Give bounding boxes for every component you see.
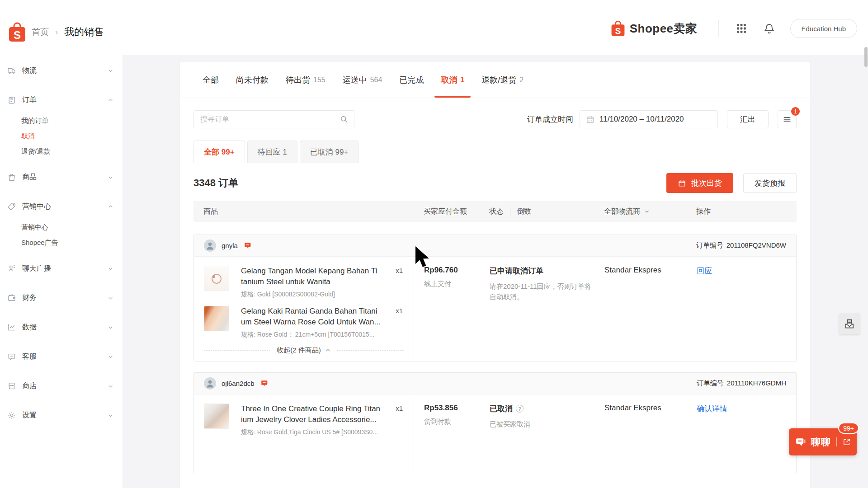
tab-count: 1 [460,76,464,84]
sidebar-item-shopee-ads[interactable]: Shopee广告 [0,235,123,250]
product-title-line2: ium Jewelry Clover Ladies Accessorie... [241,414,388,425]
sidebar-sublabel: Shopee广告 [21,239,58,247]
tab-to-ship[interactable]: 待出货155 [286,62,326,98]
product-image[interactable] [204,266,229,291]
status-help-icon[interactable]: ? [516,405,524,413]
product-title[interactable]: Gelang Tangan Model Kepang Bahan Ti tani… [241,266,388,287]
dashed-line [337,350,404,351]
batch-ship-button[interactable]: 批次出货 [666,173,733,193]
sidebar-label: 财务 [22,293,37,303]
buyer-avatar[interactable] [204,239,216,252]
sidebar-label: 商店 [22,381,37,391]
breadcrumb-separator: › [55,28,58,37]
sidebar-item-finance[interactable]: 财务 [0,289,123,307]
order-amount: Rp96.760 [424,266,480,275]
sidebar-item-orders[interactable]: 订单 [0,91,123,109]
tab-shipping[interactable]: 运送中564 [343,62,382,98]
chat-icon [795,436,807,448]
tab-label: 全部 [203,75,219,85]
chat-with-buyer-icon[interactable] [260,379,269,388]
date-filter-label: 订单成立时间 [527,114,573,125]
shopee-logo-icon[interactable]: S [8,22,26,42]
sidebar-label: 商品 [22,173,37,182]
orders-table-header: 商品 买家应付金额 状态 倒数 全部物流商 操作 [193,201,797,222]
col-countdown: 倒数 [517,207,531,216]
sidebar-item-customer-service[interactable]: 客服 [0,347,123,366]
chevron-down-icon [108,383,113,389]
product-item: Gelang Kaki Rantai Ganda Bahan Titani um… [204,306,404,339]
subtab-to-respond[interactable]: 待回应 1 [247,141,297,163]
shipping-forecast-button[interactable]: 发货预报 [743,173,797,193]
sidebar-item-my-orders[interactable]: 我的订单 [0,113,123,128]
main-area: 全部 尚未付款 待出货155 运送中564 已完成 取消1 退款/退货2 订单成… [123,55,868,488]
search-input[interactable] [194,115,340,123]
expand-icon [842,437,851,446]
products-cell: Three In One Creative Couple Ring Titan … [194,394,414,474]
date-range-picker[interactable]: 11/10/2020 – 10/11/2020 [580,110,718,128]
sidebar-item-data[interactable]: 数据 [0,318,123,336]
tab-label: 运送中 [343,75,367,85]
breadcrumb-home[interactable]: 首页 [32,26,49,38]
sidebar-item-logistics[interactable]: 物流 [0,61,123,80]
sidebar-item-cancel[interactable]: 取消 [0,128,123,144]
orders-count: 3348 订单 [193,176,238,190]
sidebar-sublabel: 退货/退款 [21,147,50,156]
feedback-mail-button[interactable] [839,314,860,334]
product-image[interactable] [204,404,229,429]
order-amount: Rp53.856 [424,404,480,413]
order-number-value: 201108FQ2VND6W [726,241,786,249]
col-action: 操作 [688,207,797,216]
clipboard-icon [7,95,16,104]
bell-icon [763,23,775,35]
export-button[interactable]: 汇出 [727,110,769,128]
buyer-username: ojl6an2dcb [222,380,255,387]
date-range-value: 11/10/2020 – 10/11/2020 [599,115,684,124]
export-list-button[interactable]: 1 [778,110,797,128]
subtab-all[interactable]: 全部 99+ [193,141,245,163]
chevron-down-icon [108,413,113,418]
sidebar-sublabel: 营销中心 [21,223,48,232]
collapse-products-toggle[interactable]: 收起(2 件商品) [277,346,331,355]
order-search-box[interactable] [193,110,354,128]
education-hub-button[interactable]: Education Hub [790,19,857,38]
notifications-button[interactable] [760,19,778,38]
product-image[interactable] [204,306,229,331]
svg-text:S: S [615,26,621,36]
person-icon [204,377,216,389]
person-icon [204,239,216,252]
sidebar-item-returns[interactable]: 退货/退款 [0,144,123,159]
tab-completed[interactable]: 已完成 [399,62,424,98]
logistics-filter-dropdown[interactable]: 全部物流商 [593,207,688,216]
sidebar-item-chat-broadcast[interactable]: 聊天广播 [0,259,123,277]
tab-label: 待出货 [286,75,310,85]
sidebar-item-settings[interactable]: 设置 [0,406,123,424]
tab-unpaid[interactable]: 尚未付款 [236,62,269,98]
product-title[interactable]: Gelang Kaki Rantai Ganda Bahan Titani um… [241,306,388,328]
tab-refund[interactable]: 退款/退货2 [481,62,524,98]
product-spec: 规格: Gold [S00082S00082-Gold] [241,291,404,299]
sidebar-label: 订单 [22,95,37,105]
status-note: 已被买家取消 [490,419,593,429]
col-amount: 买家应付金额 [414,207,479,216]
payment-method: 线上支付 [424,280,480,288]
sidebar-item-marketing[interactable]: 营销中心 [0,197,123,216]
buyer-avatar[interactable] [204,377,216,389]
sidebar-item-shop[interactable]: 商店 [0,377,123,395]
tab-all[interactable]: 全部 [203,62,219,98]
product-title[interactable]: Three In One Creative Couple Ring Titan … [241,404,388,425]
confirm-details-link[interactable]: 确认详情 [697,404,727,413]
order-number-label: 订单编号 [697,379,724,387]
filter-row: 订单成立时间 11/10/2020 – 10/11/2020 汇出 1 [180,98,810,128]
webchat-button[interactable]: 聊聊 99+ [789,428,857,455]
product-title-line2: um Steel Warna Rose Gold Untuk Wan... [241,317,388,328]
sidebar-item-products[interactable]: 商品 [0,168,123,186]
order-status-tabs: 全部 尚未付款 待出货155 运送中564 已完成 取消1 退款/退货2 [180,62,810,98]
tab-cancelled[interactable]: 取消1 [441,62,464,98]
scrollbar-thumb[interactable] [864,47,868,67]
subtab-cancelled[interactable]: 已取消 99+ [300,141,359,163]
subtab-label: 已取消 99+ [310,147,349,157]
apps-grid-button[interactable] [732,19,750,38]
sidebar-item-marketing-centre[interactable]: 营销中心 [0,220,123,235]
chat-with-buyer-icon[interactable] [243,241,252,250]
respond-link[interactable]: 回应 [697,267,712,275]
